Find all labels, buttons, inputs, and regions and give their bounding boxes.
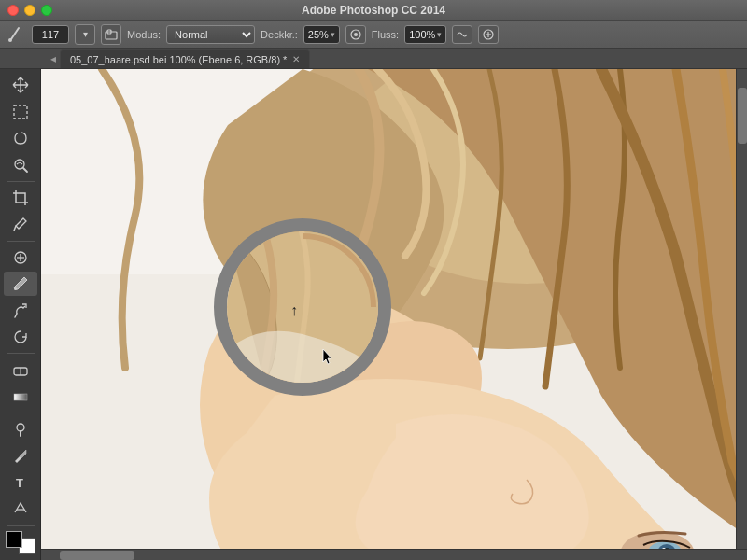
svg-line-11 (23, 168, 27, 172)
crop-tool[interactable] (4, 186, 37, 210)
horizontal-scroll-thumb[interactable] (60, 551, 134, 560)
move-tool[interactable] (4, 73, 37, 97)
main-area: T (0, 69, 747, 560)
tool-separator-3 (7, 353, 35, 354)
document-tab[interactable]: 05_07_haare.psd bei 100% (Ebene 6, RGB/8… (60, 49, 310, 68)
mode-select[interactable]: Normal Auflösen Abdunkeln Multiplizieren (166, 25, 255, 44)
foreground-color-swatch[interactable] (6, 531, 22, 548)
title-bar: Adobe Photoshop CC 2014 (0, 0, 747, 21)
clone-stamp-tool[interactable] (4, 298, 37, 322)
tab-bar: ◂ 05_07_haare.psd bei 100% (Ebene 6, RGB… (0, 49, 747, 69)
opacity-control[interactable]: 25% ▾ (303, 25, 340, 44)
brush-preset-picker[interactable]: ▾ (75, 24, 95, 45)
svg-line-12 (14, 226, 16, 231)
history-brush-tool[interactable] (4, 325, 37, 349)
brush-tool[interactable] (4, 272, 37, 296)
smoothing-button[interactable] (452, 25, 472, 44)
pen-tool[interactable] (4, 443, 37, 468)
svg-point-16 (14, 287, 17, 290)
text-tool[interactable]: T (4, 470, 37, 495)
chevron-down-icon: ▾ (83, 29, 88, 39)
flow-value: 100% (409, 29, 435, 40)
canvas-area[interactable]: ↑ (41, 69, 747, 560)
opacity-chevron-icon: ▾ (331, 30, 335, 39)
eyedropper-tool[interactable] (4, 212, 37, 236)
tool-separator-2 (7, 241, 35, 242)
tab-scroll-left-icon[interactable]: ◂ (47, 52, 60, 65)
vertical-scroll-thumb[interactable] (738, 88, 747, 144)
flow-control[interactable]: 100% ▾ (404, 25, 446, 44)
tool-separator-5 (7, 525, 35, 526)
toolbar: T (0, 69, 41, 560)
minimize-button[interactable] (24, 5, 35, 16)
flow-chevron-icon: ▾ (437, 30, 442, 39)
svg-line-0 (11, 28, 19, 39)
close-button[interactable] (7, 5, 19, 16)
eraser-tool[interactable] (4, 357, 37, 382)
tool-separator (7, 181, 35, 182)
svg-point-5 (354, 33, 358, 36)
tool-separator-4 (7, 413, 35, 413)
svg-text:T: T (16, 476, 23, 490)
brush-toggle-button[interactable] (101, 24, 121, 45)
gradient-tool[interactable] (4, 384, 37, 408)
path-select-tool[interactable] (4, 497, 37, 521)
opacity-label: Deckkr.: (261, 29, 298, 40)
airbrush-toggle[interactable] (345, 25, 366, 44)
opacity-value: 25% (308, 29, 329, 40)
vertical-scrollbar[interactable] (736, 69, 747, 560)
app-title: Adobe Photoshop CC 2014 (302, 4, 445, 17)
extra-options-button[interactable] (478, 25, 499, 44)
options-bar: ▾ Modus: Normal Auflösen Abdunkeln Multi… (0, 21, 747, 49)
tab-close-button[interactable]: ✕ (292, 54, 300, 64)
tab-label: 05_07_haare.psd bei 100% (Ebene 6, RGB/8… (70, 54, 287, 65)
photo-canvas (41, 69, 747, 560)
flow-label: Fluss: (372, 29, 399, 40)
mode-label: Modus: (127, 29, 161, 40)
maximize-button[interactable] (41, 5, 52, 16)
svg-rect-19 (14, 394, 27, 400)
foreground-background-colors[interactable] (6, 531, 35, 554)
svg-point-20 (17, 424, 24, 431)
dodge-tool[interactable] (4, 417, 37, 441)
svg-point-1 (8, 38, 12, 42)
lasso-tool[interactable] (4, 126, 37, 150)
brush-size-input[interactable] (32, 25, 69, 44)
healing-brush-tool[interactable] (4, 245, 37, 269)
marquee-tool[interactable] (4, 99, 37, 123)
horizontal-scrollbar[interactable] (41, 549, 747, 560)
window-controls[interactable] (7, 5, 52, 16)
brush-tool-icon (6, 24, 26, 45)
svg-rect-9 (14, 105, 27, 119)
quick-select-tool[interactable] (4, 152, 37, 176)
